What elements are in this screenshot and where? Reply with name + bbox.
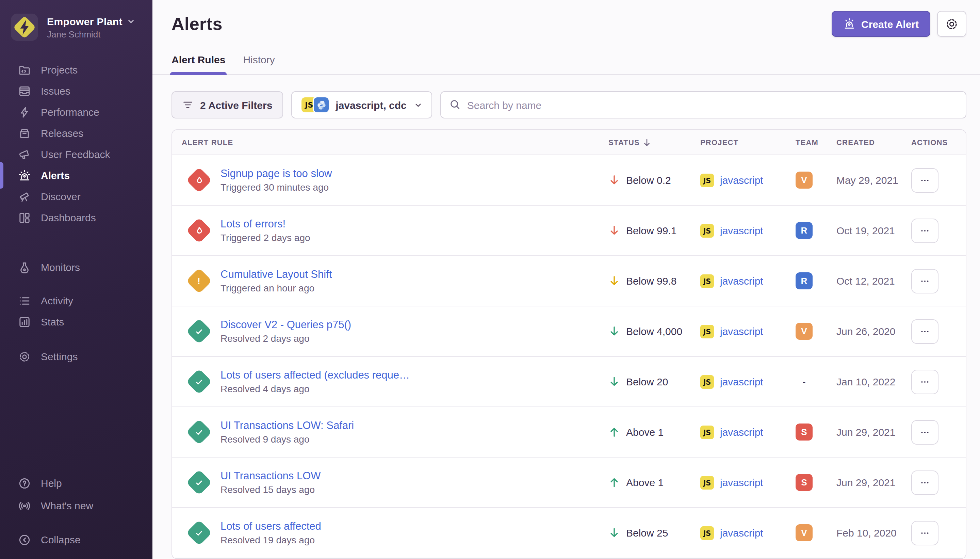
sidebar-item-help[interactable]: Help xyxy=(0,472,152,495)
sidebar-item-issues[interactable]: Issues xyxy=(0,80,152,101)
alert-rule-link[interactable]: UI Transactions LOW xyxy=(221,470,321,482)
create-alert-button[interactable]: Create Alert xyxy=(831,11,931,37)
user-feedback-icon xyxy=(18,148,31,160)
column-actions: Actions xyxy=(911,138,966,146)
column-team: Team xyxy=(795,138,836,146)
alert-rule-link[interactable]: UI Transactions LOW: Safari xyxy=(221,419,354,432)
severity-icon: ! xyxy=(186,218,212,243)
help-icon xyxy=(18,477,31,489)
javascript-platform-icon: JS xyxy=(700,324,714,338)
sidebar-item-alerts[interactable]: Alerts xyxy=(0,165,152,186)
sidebar-item-performance[interactable]: Performance xyxy=(0,101,152,122)
alert-rule-link[interactable]: Discover V2 - Queries p75() xyxy=(221,319,351,331)
trend-arrow-icon xyxy=(609,476,620,488)
project-selector-dropdown[interactable]: JS javascript, cdc xyxy=(291,91,432,119)
table-row: ! Signup page is too slow Triggered 30 m… xyxy=(172,155,966,206)
check-icon xyxy=(194,427,204,437)
platform-icons: JS xyxy=(302,98,329,112)
main-content: Alerts Create Alert Al xyxy=(152,0,980,559)
issues-icon xyxy=(18,85,31,97)
python-platform-icon xyxy=(314,98,329,112)
sidebar-item-projects[interactable]: Projects xyxy=(0,59,152,80)
javascript-platform-icon: JS xyxy=(700,224,714,237)
row-actions-button[interactable] xyxy=(911,319,939,344)
status-threshold: Below 99.8 xyxy=(626,275,676,287)
team-avatar: V xyxy=(795,172,813,189)
team-avatar: S xyxy=(795,423,813,440)
chevron-down-icon xyxy=(127,17,135,25)
row-actions-button[interactable] xyxy=(911,369,939,394)
sidebar-section-0: Projects Issues Performance Releases Use… xyxy=(0,59,152,228)
projects-icon xyxy=(18,64,31,76)
project-selector-label: javascript, cdc xyxy=(335,99,406,111)
sidebar-item-activity[interactable]: Activity xyxy=(0,290,152,311)
alert-rule-status-note: Resolved 4 days ago xyxy=(221,383,410,394)
status-threshold: Below 0.2 xyxy=(626,174,671,186)
row-actions-button[interactable] xyxy=(911,521,939,545)
sidebar: Empower Plant Jane Schmidt Projects Issu… xyxy=(0,0,152,559)
filter-icon xyxy=(182,99,193,110)
project-link[interactable]: javascript xyxy=(720,225,763,236)
activity-icon xyxy=(18,294,31,307)
filter-bar: 2 Active Filters JS javascript, xyxy=(172,91,967,119)
row-actions-button[interactable] xyxy=(911,168,939,192)
table-row: ! UI Transactions LOW: Safari Resolved 9… xyxy=(172,407,966,458)
sidebar-item-whats-new[interactable]: What's new xyxy=(0,495,152,517)
javascript-platform-icon: JS xyxy=(700,274,714,288)
project-link[interactable]: javascript xyxy=(720,326,763,337)
severity-icon: ! xyxy=(186,470,212,495)
tab-alert-rules[interactable]: Alert Rules xyxy=(172,54,225,74)
flame-icon xyxy=(194,175,204,185)
project-link[interactable]: javascript xyxy=(720,275,763,287)
siren-icon xyxy=(843,18,855,30)
alert-rule-link[interactable]: Lots of errors! xyxy=(221,218,310,230)
search-input[interactable] xyxy=(441,91,967,119)
table-row: ! Lots of users affected (excludes reque… xyxy=(172,357,966,407)
page-header: Alerts Create Alert Al xyxy=(152,0,980,75)
project-link[interactable]: javascript xyxy=(720,426,763,438)
javascript-platform-icon: JS xyxy=(700,526,714,539)
org-switcher[interactable]: Empower Plant Jane Schmidt xyxy=(0,0,152,41)
sidebar-item-discover[interactable]: Discover xyxy=(0,186,152,207)
column-status[interactable]: Status xyxy=(609,138,700,147)
status-threshold: Below 20 xyxy=(626,376,668,387)
whats-new-icon xyxy=(18,499,31,512)
row-actions-button[interactable] xyxy=(911,269,939,293)
row-actions-button[interactable] xyxy=(911,420,939,444)
javascript-platform-icon: JS xyxy=(700,173,714,187)
alert-rule-status-note: Resolved 15 days ago xyxy=(221,484,321,495)
status-threshold: Below 99.1 xyxy=(626,225,676,236)
stats-icon xyxy=(18,316,31,328)
sidebar-item-monitors[interactable]: Monitors xyxy=(0,257,152,278)
team-avatar: V xyxy=(795,524,813,541)
sidebar-item-releases[interactable]: Releases xyxy=(0,122,152,144)
project-link[interactable]: javascript xyxy=(720,174,763,186)
alerts-settings-button[interactable] xyxy=(937,11,967,37)
tab-history[interactable]: History xyxy=(243,54,275,74)
active-filters-button[interactable]: 2 Active Filters xyxy=(172,91,283,119)
project-link[interactable]: javascript xyxy=(720,376,763,387)
sidebar-item-settings[interactable]: Settings xyxy=(0,346,152,367)
row-actions-button[interactable] xyxy=(911,218,939,243)
alert-rule-link[interactable]: Lots of users affected xyxy=(221,520,321,533)
sidebar-item-dashboards[interactable]: Dashboards xyxy=(0,207,152,228)
monitors-icon xyxy=(18,261,31,273)
status-threshold: Below 4,000 xyxy=(626,326,682,337)
sidebar-item-collapse[interactable]: Collapse xyxy=(0,528,152,551)
alert-rule-link[interactable]: Cumulative Layout Shift xyxy=(221,268,332,281)
alert-rule-link[interactable]: Lots of users affected (excludes reque… xyxy=(221,369,410,381)
project-link[interactable]: javascript xyxy=(720,476,763,488)
table-row: ! UI Transactions LOW Resolved 15 days a… xyxy=(172,458,966,508)
create-alert-label: Create Alert xyxy=(861,18,919,30)
project-link[interactable]: javascript xyxy=(720,527,763,539)
sidebar-section-3: Settings xyxy=(0,346,152,367)
row-actions-button[interactable] xyxy=(911,470,939,495)
alert-rule-link[interactable]: Signup page is too slow xyxy=(221,167,332,180)
table-body: ! Signup page is too slow Triggered 30 m… xyxy=(172,155,966,558)
sidebar-item-user-feedback[interactable]: User Feedback xyxy=(0,144,152,165)
sidebar-footer: Help What's new Collapse xyxy=(0,472,152,551)
sidebar-item-stats[interactable]: Stats xyxy=(0,311,152,332)
status-threshold: Below 25 xyxy=(626,527,668,539)
content-area: 2 Active Filters JS javascript, xyxy=(152,91,980,559)
discover-icon xyxy=(18,190,31,203)
